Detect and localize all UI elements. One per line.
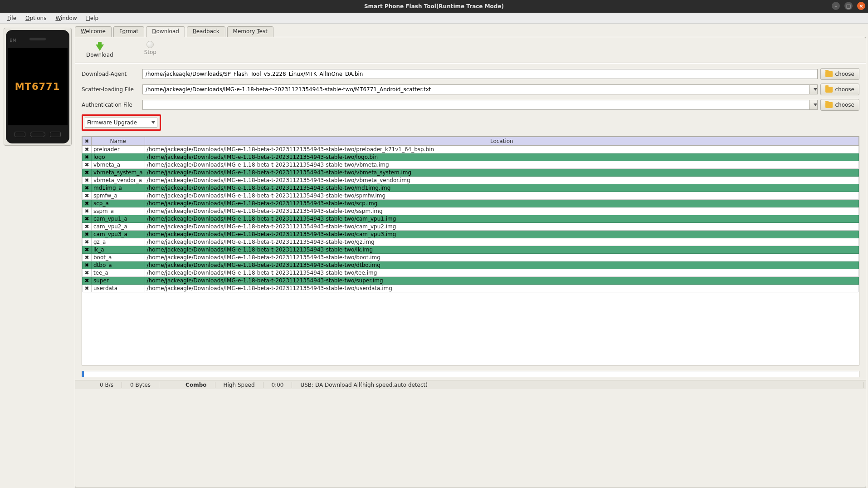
auth-file-input[interactable] — [142, 100, 809, 110]
menu-window[interactable]: Window — [51, 15, 81, 21]
choose-label: choose — [835, 71, 854, 77]
tab-format[interactable]: Format — [113, 26, 144, 37]
firmware-mode-select[interactable]: Firmware Upgrade — [85, 118, 157, 128]
row-check[interactable]: ✖ — [83, 238, 92, 246]
row-location: /home/jackeagle/Downloads/IMG-e-1.18-bet… — [145, 261, 858, 269]
row-name: vbmeta_a — [92, 161, 145, 169]
row-location: /home/jackeagle/Downloads/IMG-e-1.18-bet… — [145, 161, 858, 169]
status-time: 0:00 — [263, 382, 293, 388]
row-check[interactable]: ✖ — [83, 200, 92, 207]
row-check[interactable]: ✖ — [83, 277, 92, 285]
firmware-mode-highlight: Firmware Upgrade — [82, 114, 161, 131]
table-row[interactable]: ✖cam_vpu2_a/home/jackeagle/Downloads/IMG… — [83, 223, 859, 231]
scatter-file-label: Scatter-loading File — [82, 86, 140, 93]
row-check[interactable]: ✖ — [83, 246, 92, 254]
status-usb-speed: High Speed — [215, 382, 263, 388]
row-name: scp_a — [92, 200, 145, 207]
row-location: /home/jackeagle/Downloads/IMG-e-1.18-bet… — [145, 177, 858, 184]
row-check[interactable]: ✖ — [83, 161, 92, 169]
row-check[interactable]: ✖ — [83, 231, 92, 238]
row-check[interactable]: ✖ — [83, 261, 92, 269]
row-location: /home/jackeagle/Downloads/IMG-e-1.18-bet… — [145, 223, 858, 231]
status-bar: 0 B/s 0 Bytes Combo High Speed 0:00 USB:… — [75, 380, 866, 389]
table-row[interactable]: ✖scp_a/home/jackeagle/Downloads/IMG-e-1.… — [83, 200, 859, 207]
table-row[interactable]: ✖gz_a/home/jackeagle/Downloads/IMG-e-1.1… — [83, 238, 859, 246]
partition-table: ✖ Name Location ✖preloader/home/jackeagl… — [82, 136, 859, 365]
chevron-down-icon — [151, 121, 155, 124]
menu-help[interactable]: Help — [82, 15, 103, 21]
row-check[interactable]: ✖ — [83, 254, 92, 261]
row-location: /home/jackeagle/Downloads/IMG-e-1.18-bet… — [145, 285, 858, 292]
table-row[interactable]: ✖vbmeta_a/home/jackeagle/Downloads/IMG-e… — [83, 161, 859, 169]
row-location: /home/jackeagle/Downloads/IMG-e-1.18-bet… — [145, 269, 858, 277]
menu-options[interactable]: Options — [21, 15, 51, 21]
close-button[interactable]: × — [857, 2, 865, 10]
header-name[interactable]: Name — [92, 137, 145, 146]
row-name: super — [92, 277, 145, 285]
table-row[interactable]: ✖boot_a/home/jackeagle/Downloads/IMG-e-1… — [83, 254, 859, 261]
row-name: vbmeta_vendor_a — [92, 177, 145, 184]
phone-home-icon — [30, 132, 45, 137]
scatter-file-input[interactable] — [142, 84, 809, 94]
row-name: tee_a — [92, 269, 145, 277]
row-check[interactable]: ✖ — [83, 192, 92, 200]
minimize-button[interactable]: – — [832, 2, 840, 10]
row-name: dtbo_a — [92, 261, 145, 269]
table-row[interactable]: ✖dtbo_a/home/jackeagle/Downloads/IMG-e-1… — [83, 261, 859, 269]
table-row[interactable]: ✖preloader/home/jackeagle/Downloads/IMG-… — [83, 146, 859, 153]
choose-auth-button[interactable]: choose — [820, 99, 859, 111]
download-agent-input[interactable] — [142, 69, 818, 79]
row-check[interactable]: ✖ — [83, 285, 92, 292]
row-location: /home/jackeagle/Downloads/IMG-e-1.18-bet… — [145, 153, 858, 161]
row-name: gz_a — [92, 238, 145, 246]
row-check[interactable]: ✖ — [83, 269, 92, 277]
table-row[interactable]: ✖cam_vpu1_a/home/jackeagle/Downloads/IMG… — [83, 215, 859, 223]
row-name: boot_a — [92, 254, 145, 261]
tab-welcome[interactable]: Welcome — [75, 26, 112, 37]
tab-memory-test[interactable]: Memory Test — [227, 26, 273, 37]
row-check[interactable]: ✖ — [83, 215, 92, 223]
row-location: /home/jackeagle/Downloads/IMG-e-1.18-bet… — [145, 246, 858, 254]
scatter-dropdown-button[interactable] — [809, 84, 818, 94]
table-row[interactable]: ✖tee_a/home/jackeagle/Downloads/IMG-e-1.… — [83, 269, 859, 277]
table-row[interactable]: ✖vbmeta_vendor_a/home/jackeagle/Download… — [83, 177, 859, 184]
choose-label: choose — [835, 102, 854, 108]
table-row[interactable]: ✖userdata/home/jackeagle/Downloads/IMG-e… — [83, 285, 859, 292]
tab-readback[interactable]: Readback — [187, 26, 225, 37]
row-check[interactable]: ✖ — [83, 153, 92, 161]
choose-label: choose — [835, 86, 854, 93]
maximize-button[interactable]: □ — [844, 2, 853, 10]
choose-scatter-button[interactable]: choose — [820, 84, 859, 95]
table-row[interactable]: ✖super/home/jackeagle/Downloads/IMG-e-1.… — [83, 277, 859, 285]
menu-file[interactable]: File — [3, 15, 21, 21]
table-row[interactable]: ✖spmfw_a/home/jackeagle/Downloads/IMG-e-… — [83, 192, 859, 200]
row-check[interactable]: ✖ — [83, 169, 92, 177]
table-row[interactable]: ✖lk_a/home/jackeagle/Downloads/IMG-e-1.1… — [83, 246, 859, 254]
header-location[interactable]: Location — [145, 137, 858, 146]
stop-button[interactable]: Stop — [142, 40, 158, 59]
download-button[interactable]: Download — [84, 40, 115, 59]
table-row[interactable]: ✖md1img_a/home/jackeagle/Downloads/IMG-e… — [83, 184, 859, 192]
auth-dropdown-button[interactable] — [809, 100, 818, 110]
row-check[interactable]: ✖ — [83, 223, 92, 231]
tab-download[interactable]: Download — [146, 26, 185, 37]
choose-da-button[interactable]: choose — [820, 68, 859, 80]
row-check[interactable]: ✖ — [83, 146, 92, 153]
table-row[interactable]: ✖logo/home/jackeagle/Downloads/IMG-e-1.1… — [83, 153, 859, 161]
row-name: cam_vpu3_a — [92, 231, 145, 238]
status-speed: 0 B/s — [77, 382, 122, 388]
row-check[interactable]: ✖ — [83, 177, 92, 184]
row-check[interactable]: ✖ — [83, 184, 92, 192]
table-row[interactable]: ✖sspm_a/home/jackeagle/Downloads/IMG-e-1… — [83, 207, 859, 215]
row-location: /home/jackeagle/Downloads/IMG-e-1.18-bet… — [145, 215, 858, 223]
table-row[interactable]: ✖cam_vpu3_a/home/jackeagle/Downloads/IMG… — [83, 231, 859, 238]
row-name: logo — [92, 153, 145, 161]
row-name: userdata — [92, 285, 145, 292]
window-title: Smart Phone Flash Tool(Runtime Trace Mod… — [364, 3, 504, 10]
table-row[interactable]: ✖vbmeta_system_a/home/jackeagle/Download… — [83, 169, 859, 177]
progress-bar — [82, 371, 859, 377]
download-agent-label: Download-Agent — [82, 71, 140, 77]
row-name: cam_vpu1_a — [92, 215, 145, 223]
row-check[interactable]: ✖ — [83, 207, 92, 215]
header-check[interactable]: ✖ — [83, 137, 92, 146]
